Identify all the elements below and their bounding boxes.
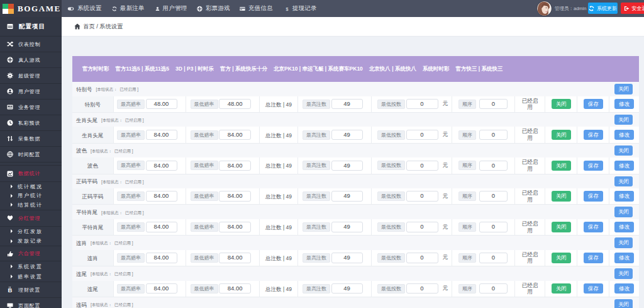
svg-text:$: $: [286, 6, 289, 11]
svg-text:B: B: [8, 287, 13, 293]
